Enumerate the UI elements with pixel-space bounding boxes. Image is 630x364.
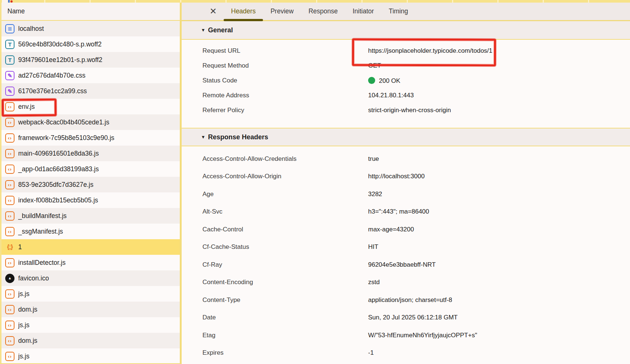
request-row-index-f008b2b15ecb5b05.js[interactable]: ‹›index-f008b2b15ecb5b05.js	[1, 192, 181, 208]
document-icon: ≡	[5, 24, 14, 33]
request-name: _app-0d1ac66d38199a83.js	[18, 165, 99, 173]
script-icon: ‹›	[5, 118, 14, 127]
request-name: env.js	[18, 103, 35, 111]
script-icon: ‹›	[5, 258, 14, 267]
header-value: application/json; charset=utf-8	[368, 296, 452, 304]
request-name: main-4096916501e8da36.js	[18, 150, 99, 157]
header-row-access-control-allow-origin: Access-Control-Allow-Originhttp://localh…	[182, 168, 630, 186]
script-icon: ‹›	[5, 180, 14, 189]
header-value: 3282	[368, 191, 382, 198]
script-icon: ‹›	[5, 149, 14, 158]
request-row-853-9e2305dfc7d3627e.js[interactable]: ‹›853-9e2305dfc7d3627e.js	[1, 177, 181, 192]
request-name: js.js	[18, 321, 29, 329]
stylesheet-icon: ✎	[5, 87, 14, 96]
request-row-js.js[interactable]: ‹›js.js	[1, 286, 181, 302]
section-rows: Request URLhttps://jsonplaceholder.typic…	[182, 40, 630, 122]
header-label: Referrer Policy	[182, 107, 368, 114]
header-value: 96204e5e3bbaebff-NRT	[368, 261, 436, 269]
request-row-dom.js[interactable]: ‹›dom.js	[1, 333, 181, 348]
request-row-ad27c676daf4b70e.css[interactable]: ✎ad27c676daf4b70e.css	[1, 68, 181, 83]
tab-response[interactable]: Response	[301, 3, 345, 20]
network-overview-strip[interactable]	[0, 0, 630, 3]
request-row-localhost[interactable]: ≡localhost	[1, 21, 181, 36]
name-column-header[interactable]: Name	[1, 3, 181, 21]
header-row-cf-cache-status: Cf-Cache-StatusHIT	[182, 238, 630, 256]
request-name: js.js	[18, 352, 29, 360]
request-row-installDetector.js[interactable]: ‹›installDetector.js	[1, 255, 181, 270]
header-label: Access-Control-Allow-Credentials	[182, 155, 368, 163]
tab-headers[interactable]: Headers	[224, 3, 263, 20]
request-row-webpack-8cac0b4b405cede1.js[interactable]: ‹›webpack-8cac0b4b405cede1.js	[1, 114, 181, 130]
script-icon: ‹›	[5, 289, 14, 299]
header-label: Expires	[182, 349, 368, 357]
request-row-_ssgManifest.js[interactable]: ‹›_ssgManifest.js	[1, 224, 181, 239]
header-value: zstd	[368, 279, 380, 286]
request-row-1[interactable]: {;}1	[1, 239, 181, 255]
header-value: 104.21.80.1:443	[368, 92, 414, 99]
network-request-list-panel: Name ≡localhostT569ce4b8f30dc480-s.p.wof…	[0, 3, 181, 364]
header-label: Content-Type	[182, 296, 368, 304]
header-label: Age	[182, 191, 368, 198]
script-icon: ‹›	[5, 227, 14, 236]
request-name: framework-7c95b8e5103c9e90.js	[18, 134, 114, 142]
header-label: Cache-Control	[182, 226, 368, 233]
request-name: favicon.ico	[18, 274, 49, 282]
request-row-main-4096916501e8da36.js[interactable]: ‹›main-4096916501e8da36.js	[1, 146, 181, 161]
request-name: 853-9e2305dfc7d3627e.js	[18, 181, 93, 189]
request-detail-panel: ✕ HeadersPreviewResponseInitiatorTiming …	[181, 3, 630, 364]
headers-sections: ▼GeneralRequest URLhttps://jsonplacehold…	[182, 21, 630, 364]
script-icon: ‹›	[5, 305, 14, 314]
overview-gap	[2, 0, 8, 3]
header-row-cf-ray: Cf-Ray96204e5e3bbaebff-NRT	[182, 256, 630, 274]
request-row-6170e376e1cc2a99.css[interactable]: ✎6170e376e1cc2a99.css	[1, 83, 181, 99]
request-row-js.js[interactable]: ‹›js.js	[1, 317, 181, 333]
request-row-_app-0d1ac66d38199a83.js[interactable]: ‹›_app-0d1ac66d38199a83.js	[1, 161, 181, 177]
header-label: Date	[182, 314, 368, 321]
header-label: Cf-Ray	[182, 261, 368, 269]
section-header-response-headers[interactable]: ▼Response Headers	[182, 128, 630, 146]
request-row-93f479601ee12b01-s.p.woff2[interactable]: T93f479601ee12b01-s.p.woff2	[1, 52, 181, 68]
script-icon: ‹›	[5, 165, 14, 174]
request-row-dom.js[interactable]: ‹›dom.js	[1, 302, 181, 317]
header-value: true	[368, 155, 379, 163]
request-row-js.js[interactable]: ‹›js.js	[1, 348, 181, 364]
script-icon: ‹›	[5, 211, 14, 221]
request-row-env.js[interactable]: ‹›env.js	[1, 99, 181, 114]
request-row-_buildManifest.js[interactable]: ‹›_buildManifest.js	[1, 208, 181, 224]
request-row-569ce4b8f30dc480-s.p.woff2[interactable]: T569ce4b8f30dc480-s.p.woff2	[1, 36, 181, 52]
script-icon: ‹›	[5, 321, 14, 330]
header-label: Request Method	[182, 62, 368, 69]
font-icon: T	[5, 40, 14, 49]
header-label: Remote Address	[182, 92, 368, 99]
tab-preview[interactable]: Preview	[263, 3, 301, 20]
header-row-cache-control: Cache-Controlmax-age=43200	[182, 221, 630, 238]
tab-timing[interactable]: Timing	[381, 3, 416, 20]
request-name: ad27c676daf4b70e.css	[18, 72, 85, 79]
request-row-framework-7c95b8e5103c9e90.js[interactable]: ‹›framework-7c95b8e5103c9e90.js	[1, 130, 181, 146]
request-row-favicon.ico[interactable]: ▲favicon.ico	[1, 270, 181, 286]
header-label: Request URL	[182, 47, 368, 55]
favicon-image: ▲	[5, 274, 14, 283]
section-title: General	[208, 26, 233, 34]
header-label: Content-Encoding	[182, 279, 368, 286]
stylesheet-icon: ✎	[5, 71, 14, 80]
script-icon: ‹›	[5, 352, 14, 361]
request-name: _ssgManifest.js	[18, 228, 63, 235]
section-title: Response Headers	[208, 133, 268, 141]
header-value: h3=":443"; ma=86400	[368, 208, 429, 215]
close-icon[interactable]: ✕	[208, 6, 218, 16]
tab-initiator[interactable]: Initiator	[345, 3, 381, 20]
request-name: webpack-8cac0b4b405cede1.js	[18, 118, 109, 126]
request-list: ≡localhostT569ce4b8f30dc480-s.p.woff2T93…	[1, 21, 181, 364]
fetch-icon: {;}	[5, 243, 14, 252]
header-row-date: DateSun, 20 Jul 2025 06:12:18 GMT	[182, 309, 630, 327]
overview-blue-marker	[8, 0, 10, 3]
section-header-general[interactable]: ▼General	[182, 21, 630, 40]
request-name: _buildManifest.js	[18, 212, 66, 220]
header-value: GET	[368, 62, 381, 69]
header-value: HIT	[368, 243, 378, 251]
detail-tabs: HeadersPreviewResponseInitiatorTiming	[224, 3, 415, 20]
header-label: Access-Control-Allow-Origin	[182, 173, 368, 180]
header-value: W/"53-hfEnumeNh6YirfjyjaujcOPPT+s"	[368, 332, 477, 339]
request-name: installDetector.js	[18, 259, 65, 267]
